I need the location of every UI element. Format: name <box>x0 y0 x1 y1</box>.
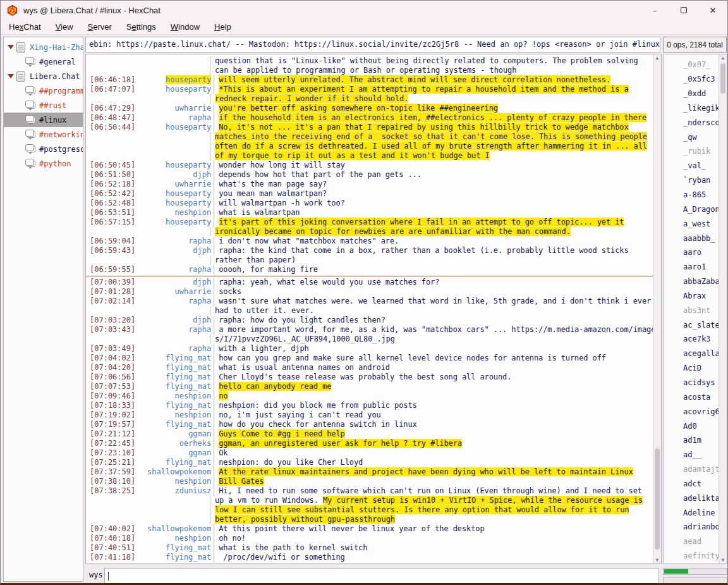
userlist-scrollbar[interactable]: ▲ ▼ <box>719 54 727 563</box>
menu-window[interactable]: Window <box>164 20 206 34</box>
nick[interactable]: flying_mat <box>135 363 211 373</box>
expander-icon[interactable] <box>8 74 14 78</box>
user-list-item[interactable]: aead <box>664 534 727 549</box>
nick[interactable]: flying_mat <box>135 553 211 562</box>
nick[interactable]: djph <box>135 278 211 287</box>
user-list-item[interactable]: _qw <box>664 130 727 144</box>
nick[interactable]: djph <box>135 170 211 180</box>
user-list-item[interactable]: A_Dragon <box>664 202 727 216</box>
topic-input[interactable]: ebin: https://paste.linux.chat/ -- Masto… <box>85 37 660 52</box>
nick[interactable]: flying_mat <box>135 401 211 410</box>
nick[interactable]: flying_mat <box>135 382 211 391</box>
user-list-item[interactable]: adct <box>664 476 727 491</box>
menu-help[interactable]: Help <box>208 20 238 34</box>
userlist-scrollbar-thumb[interactable] <box>720 63 725 94</box>
nick[interactable]: zduniusz <box>135 486 211 496</box>
user-list-item[interactable]: _0x5fc3 <box>664 72 727 87</box>
user-list-item[interactable]: aefinity <box>664 549 727 563</box>
user-list-item[interactable]: acosta <box>664 390 727 404</box>
nick[interactable]: houseparty <box>135 75 211 85</box>
nick[interactable]: houseparty <box>135 218 211 227</box>
expander-icon[interactable] <box>8 45 14 49</box>
user-list-item[interactable]: adelikta <box>664 491 727 505</box>
nick[interactable]: neshpion <box>135 477 211 486</box>
user-list-item[interactable]: `ryban <box>664 173 727 188</box>
scroll-down-icon[interactable]: ▼ <box>719 557 727 563</box>
chat-scrollbar[interactable]: ▲ ▼ <box>653 54 661 563</box>
tree-item--linux[interactable]: #linux <box>4 113 83 127</box>
message-input[interactable] <box>104 568 659 584</box>
menu-server[interactable]: Server <box>82 20 118 34</box>
user-list-item[interactable]: adrianbo <box>664 520 727 534</box>
tree-item--python[interactable]: #python <box>4 156 83 171</box>
nick[interactable]: neshpion <box>135 410 211 420</box>
user-list-item[interactable]: a_west <box>664 216 727 231</box>
user-list-item[interactable]: ac_slate <box>664 317 727 332</box>
nick[interactable]: uwharrie <box>135 180 211 189</box>
titlebar[interactable]: wys @ Libera.Chat / #linux - HexChat – ✕ <box>1 1 727 20</box>
user-list-item[interactable]: aaabbb_ <box>664 231 727 245</box>
nick[interactable]: houseparty <box>135 199 211 208</box>
user-list-item[interactable]: Ad0 <box>664 419 727 433</box>
user-list-item[interactable]: _ndersco <box>664 115 727 130</box>
nick[interactable]: rapha <box>135 344 211 354</box>
nick[interactable]: neshpion <box>135 208 211 218</box>
tree-item--programming[interactable]: ##programming <box>4 83 83 98</box>
user-list-item[interactable]: aaro1 <box>664 260 727 274</box>
minimize-button[interactable]: – <box>640 1 669 20</box>
nick[interactable]: oerheks <box>135 439 211 448</box>
tree-item--general[interactable]: #general <box>4 54 83 69</box>
user-list-item[interactable]: ad__ <box>664 448 727 462</box>
nick[interactable]: rapha <box>135 265 211 274</box>
chat-scrollbar-thumb[interactable] <box>655 448 660 550</box>
nick[interactable]: shallowpokemom <box>135 524 211 534</box>
user-list-item[interactable]: aetheria <box>664 563 727 564</box>
nick[interactable]: houseparty <box>135 189 211 199</box>
nick-button[interactable]: wys <box>89 570 103 579</box>
scroll-up-icon[interactable]: ▲ <box>719 54 727 61</box>
menu-hexchat[interactable]: HexChat <box>3 20 47 34</box>
nick[interactable]: neshpion <box>135 534 211 543</box>
scroll-up-icon[interactable]: ▲ <box>653 54 661 61</box>
user-list-item[interactable]: ad1m <box>664 433 727 448</box>
nick[interactable]: rapha <box>135 113 211 123</box>
user-list-item[interactable]: _val_ <box>664 159 727 173</box>
nick[interactable]: rapha <box>135 325 211 335</box>
nick[interactable]: uwharrie <box>135 104 211 113</box>
user-list-item[interactable]: ace7k3 <box>664 332 727 347</box>
user-list-item[interactable]: Abrax <box>664 289 727 304</box>
menu-view[interactable]: View <box>49 20 80 34</box>
user-list-item[interactable]: _rubik <box>664 144 727 159</box>
nick[interactable]: djph <box>135 246 211 256</box>
maximize-button[interactable] <box>669 1 698 20</box>
user-list-item[interactable]: acidsys <box>664 376 727 390</box>
nick[interactable]: rapha <box>135 297 211 306</box>
user-list-item[interactable]: _0xdd <box>664 87 727 101</box>
tree-item-libera-chat[interactable]: Libera.Chat <box>4 69 83 83</box>
nick[interactable]: flying_mat <box>135 373 211 382</box>
nick[interactable]: uwharrie <box>135 287 211 297</box>
nick[interactable]: houseparty <box>135 161 211 170</box>
nick[interactable]: flying_mat <box>135 458 211 467</box>
user-list-item[interactable]: acovrig6 <box>664 404 727 419</box>
nick[interactable]: flying_mat <box>135 354 211 363</box>
nick[interactable]: rapha <box>135 237 211 246</box>
scroll-down-icon[interactable]: ▼ <box>653 557 661 563</box>
user-list-item[interactable]: _0x07_ <box>664 58 727 72</box>
user-list-item[interactable]: Adeline <box>664 505 727 520</box>
user-list-item[interactable]: AciD <box>664 361 727 376</box>
tree-item--postgresql[interactable]: #postgresql <box>4 142 83 156</box>
nick[interactable]: ggman <box>135 448 211 458</box>
user-list-item[interactable]: aaro <box>664 245 727 260</box>
nick[interactable]: houseparty <box>135 123 211 132</box>
nick[interactable]: flying_mat <box>135 420 211 429</box>
user-list-item[interactable]: a-865 <box>664 188 727 202</box>
user-list-item[interactable]: abbaZaba <box>664 274 727 289</box>
tree-item--rust[interactable]: ##rust <box>4 98 83 113</box>
nick[interactable]: ggman <box>135 429 211 439</box>
user-list-item[interactable]: _likegik <box>664 101 727 116</box>
user-list-item[interactable]: adamtajt <box>664 462 727 477</box>
tree-item-xing-hai-zhai[interactable]: Xing-Hai-Zhai <box>4 40 83 54</box>
nick[interactable]: flying_mat <box>135 543 211 553</box>
nick[interactable]: djph <box>135 316 211 325</box>
